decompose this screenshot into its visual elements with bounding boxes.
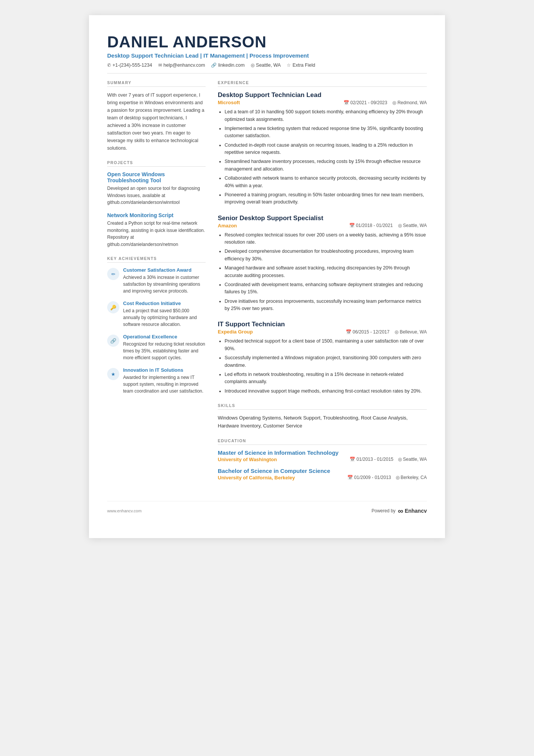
location-icon-3: ◎ xyxy=(395,329,398,335)
header-section: DANIEL ANDERSON Desktop Support Technici… xyxy=(107,33,427,74)
project-desc-2: Created a Python script for real-time ne… xyxy=(107,220,206,248)
edu-meta-2: University of California, Berkeley 📅 01/… xyxy=(218,475,427,481)
achievement-title-3: Operational Excellence xyxy=(123,334,206,340)
extra-icon: ☆ xyxy=(287,63,291,68)
page-footer: www.enhancv.com Powered by ∞ Enhancv xyxy=(107,501,427,515)
job-bullets-2: Resolved complex technical issues for ov… xyxy=(218,232,427,313)
edu-date-2: 📅 01/2009 - 01/2013 xyxy=(347,475,391,480)
edu-degree-1: Master of Science in Information Technol… xyxy=(218,449,427,456)
job-location-2: ◎ Seattle, WA xyxy=(398,223,427,228)
job-date-1: 📅 02/2021 - 09/2023 xyxy=(344,100,387,105)
achievement-icon-1: ✏ xyxy=(107,268,119,280)
job-date-3: 📅 06/2015 - 12/2017 xyxy=(346,329,389,335)
bullet: Collaborated with network teams to enhan… xyxy=(225,175,427,189)
achievement-item: ★ Innovation in IT Solutions Awarded for… xyxy=(107,367,206,394)
projects-section-title: PROJECTS xyxy=(107,160,206,167)
calendar-icon-3: 📅 xyxy=(346,329,351,335)
edu-details-2: 📅 01/2009 - 01/2013 ◎ Berkeley, CA xyxy=(347,475,427,480)
achievement-content-2: Cost Reduction Initiative Led a project … xyxy=(123,301,206,328)
bullet: Implemented a new ticketing system that … xyxy=(225,125,427,140)
education-section-title: EDUCATION xyxy=(218,438,427,445)
edu-location-2: ◎ Berkeley, CA xyxy=(396,475,427,480)
footer-website: www.enhancv.com xyxy=(107,509,142,513)
brand-name: Enhancv xyxy=(405,508,427,514)
bullet: Successfully implemented a Windows migra… xyxy=(225,354,427,369)
contact-phone: ✆ +1-(234)-555-1234 xyxy=(107,63,152,68)
left-column: SUMMARY With over 7 years of IT support … xyxy=(107,80,206,485)
job-item: Desktop Support Technician Lead Microsof… xyxy=(218,91,427,206)
achievement-item: 🔗 Operational Excellence Recognized for … xyxy=(107,334,206,361)
experience-section-title: EXPERIENCE xyxy=(218,80,427,87)
edu-location-1: ◎ Seattle, WA xyxy=(398,457,427,462)
bullet: Led a team of 10 in handling 500 support… xyxy=(225,108,427,123)
achievements-section-title: KEY ACHIEVEMENTS xyxy=(107,256,206,263)
job-location-1: ◎ Redmond, WA xyxy=(392,100,427,105)
job-title-2: Senior Desktop Support Specialist xyxy=(218,214,427,222)
project-desc-1: Developed an open source tool for diagno… xyxy=(107,185,206,206)
bullet: Pioneered a training program, resulting … xyxy=(225,191,427,206)
location-icon-1: ◎ xyxy=(392,100,396,105)
contact-bar: ✆ +1-(234)-555-1234 ✉ help@enhancv.com 🔗… xyxy=(107,63,427,74)
achievement-title-4: Innovation in IT Solutions xyxy=(123,367,206,373)
achievement-title-1: Customer Satisfaction Award xyxy=(123,267,206,273)
job-bullets-1: Led a team of 10 in handling 500 support… xyxy=(218,108,427,206)
job-company-3: Expedia Group xyxy=(218,329,253,335)
skills-text: Windows Operating Systems, Network Suppo… xyxy=(218,414,427,430)
project-item: Open Source Windows Troubleshooting Tool… xyxy=(107,171,206,206)
main-columns: SUMMARY With over 7 years of IT support … xyxy=(107,80,427,485)
job-details-2: 📅 01/2018 - 01/2021 ◎ Seattle, WA xyxy=(349,223,427,228)
job-item: Senior Desktop Support Specialist Amazon… xyxy=(218,214,427,313)
achievement-desc-4: Awarded for implementing a new IT suppor… xyxy=(123,374,206,394)
achievement-desc-2: Led a project that saved $50,000 annuall… xyxy=(123,307,206,328)
summary-section-title: SUMMARY xyxy=(107,80,206,87)
achievement-icon-4: ★ xyxy=(107,368,119,380)
achievement-icon-2: 🔑 xyxy=(107,301,119,313)
skills-section-title: SKILLS xyxy=(218,403,427,410)
edu-degree-2: Bachelor of Science in Computer Science xyxy=(218,468,427,474)
job-date-2: 📅 01/2018 - 01/2021 xyxy=(349,223,393,228)
bullet: Managed hardware and software asset trac… xyxy=(225,265,427,279)
bullet: Developed comprehensive documentation fo… xyxy=(225,248,427,263)
achievement-icon-3: 🔗 xyxy=(107,335,119,347)
contact-linkedin: 🔗 linkedin.com xyxy=(211,63,244,68)
edu-details-1: 📅 01/2013 - 01/2015 ◎ Seattle, WA xyxy=(350,457,427,462)
edu-calendar-icon-1: 📅 xyxy=(350,457,356,462)
job-details-3: 📅 06/2015 - 12/2017 ◎ Bellevue, WA xyxy=(346,329,427,335)
contact-location: ◎ Seattle, WA xyxy=(251,63,281,68)
bullet: Streamlined hardware inventory processes… xyxy=(225,158,427,173)
powered-by-text: Powered by xyxy=(372,508,395,513)
achievement-item: ✏ Customer Satisfaction Award Achieved a… xyxy=(107,267,206,294)
bullet: Resolved complex technical issues for ov… xyxy=(225,232,427,246)
project-title-2: Network Monitoring Script xyxy=(107,212,206,218)
edu-item-1: Master of Science in Information Technol… xyxy=(218,449,427,462)
contact-extra: ☆ Extra Field xyxy=(287,63,315,68)
footer-brand: Powered by ∞ Enhancv xyxy=(372,507,427,515)
logo-symbol: ∞ xyxy=(398,507,403,515)
project-item: Network Monitoring Script Created a Pyth… xyxy=(107,212,206,248)
calendar-icon-2: 📅 xyxy=(349,223,355,228)
linkedin-icon: 🔗 xyxy=(211,63,217,68)
job-meta-3: Expedia Group 📅 06/2015 - 12/2017 ◎ Bell… xyxy=(218,329,427,335)
bullet: Drove initiatives for process improvemen… xyxy=(225,298,427,313)
edu-school-1: University of Washington xyxy=(218,457,277,462)
extra-value: Extra Field xyxy=(292,63,315,68)
resume-page: DANIEL ANDERSON Desktop Support Technici… xyxy=(89,15,445,538)
phone-icon: ✆ xyxy=(107,63,111,68)
edu-location-icon-2: ◎ xyxy=(396,475,401,480)
achievement-desc-3: Recognized for reducing ticket resolutio… xyxy=(123,341,206,361)
right-column: EXPERIENCE Desktop Support Technician Le… xyxy=(218,80,427,485)
job-item: IT Support Technician Expedia Group 📅 06… xyxy=(218,321,427,395)
job-company-2: Amazon xyxy=(218,223,237,229)
edu-item-2: Bachelor of Science in Computer Science … xyxy=(218,468,427,481)
phone-value: +1-(234)-555-1234 xyxy=(112,63,152,68)
project-title-1: Open Source Windows Troubleshooting Tool xyxy=(107,171,206,183)
candidate-name: DANIEL ANDERSON xyxy=(107,33,427,51)
email-icon: ✉ xyxy=(158,63,162,68)
bullet: Conducted in-depth root cause analysis o… xyxy=(225,142,427,157)
calendar-icon-1: 📅 xyxy=(344,100,349,105)
job-location-3: ◎ Bellevue, WA xyxy=(395,329,427,335)
candidate-tagline: Desktop Support Technician Lead | IT Man… xyxy=(107,52,427,59)
job-details-1: 📅 02/2021 - 09/2023 ◎ Redmond, WA xyxy=(344,100,427,105)
edu-meta-1: University of Washington 📅 01/2013 - 01/… xyxy=(218,457,427,462)
summary-text: With over 7 years of IT support experien… xyxy=(107,91,206,152)
